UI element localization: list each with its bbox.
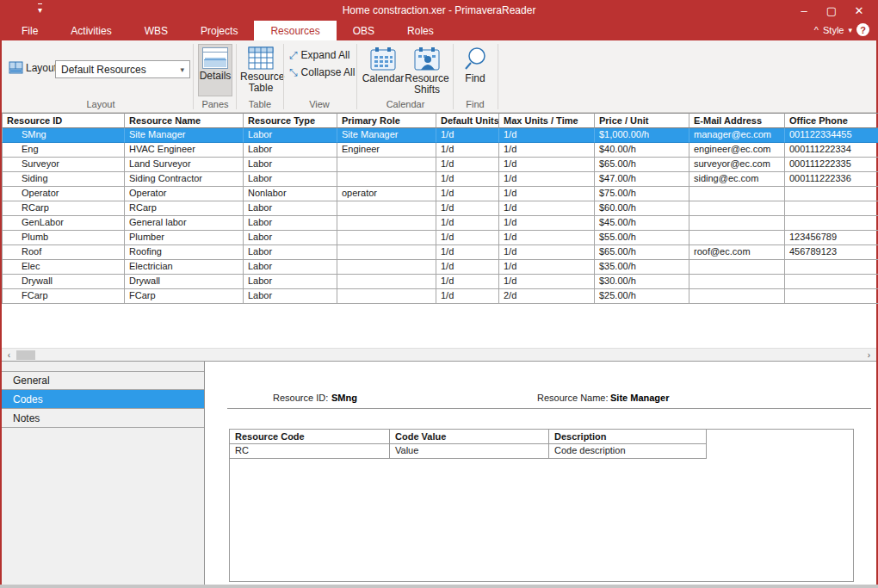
table-cell[interactable]: $25.00/h bbox=[595, 289, 689, 304]
table-cell[interactable]: 1/d bbox=[436, 187, 499, 201]
table-cell[interactable]: HVAC Engineer bbox=[125, 143, 244, 158]
details-button[interactable]: Details bbox=[198, 44, 232, 96]
table-cell[interactable]: 1/d bbox=[499, 158, 595, 172]
table-row[interactable]: ElecElectricianLabor1/d1/d$35.00/h bbox=[2, 260, 876, 275]
table-cell[interactable]: Labor bbox=[244, 275, 337, 289]
column-header[interactable]: E-Mail Address bbox=[689, 113, 785, 128]
help-icon[interactable]: ? bbox=[856, 23, 869, 36]
table-cell[interactable] bbox=[337, 275, 436, 289]
table-cell[interactable] bbox=[337, 245, 436, 260]
table-cell[interactable] bbox=[785, 201, 878, 216]
table-cell[interactable]: Surveyor bbox=[2, 158, 125, 172]
ribbon-collapse-caret-icon[interactable]: ^ bbox=[814, 25, 819, 35]
menu-tab-resources[interactable]: Resources bbox=[254, 21, 336, 40]
table-cell[interactable]: 1/d bbox=[436, 231, 499, 245]
table-cell[interactable]: 1/d bbox=[436, 201, 499, 216]
table-cell[interactable]: $75.00/h bbox=[595, 187, 689, 201]
column-header[interactable]: Resource Type bbox=[244, 113, 337, 128]
table-cell[interactable]: $65.00/h bbox=[595, 158, 689, 172]
table-cell[interactable]: Engineer bbox=[337, 143, 436, 158]
codes-table-row[interactable]: RCValueCode description bbox=[230, 444, 853, 459]
table-cell[interactable]: FCarp bbox=[125, 289, 244, 304]
table-cell[interactable]: Labor bbox=[244, 245, 337, 260]
table-cell[interactable]: 1/d bbox=[499, 187, 595, 201]
table-cell[interactable]: Plumb bbox=[2, 231, 125, 245]
table-cell[interactable]: RCarp bbox=[2, 201, 125, 216]
table-cell[interactable] bbox=[337, 289, 436, 304]
table-cell[interactable]: Siding bbox=[2, 172, 125, 187]
table-row[interactable]: RoofRoofingLabor1/d1/d$65.00/hroof@ec.co… bbox=[2, 245, 876, 260]
resource-shifts-button[interactable]: Resource Shifts bbox=[405, 44, 449, 96]
menu-tab-file[interactable]: File bbox=[5, 21, 54, 40]
table-cell[interactable]: Electrician bbox=[125, 260, 244, 275]
table-cell[interactable]: Roof bbox=[2, 245, 125, 260]
table-cell[interactable]: Labor bbox=[244, 216, 337, 231]
table-cell[interactable]: 2/d bbox=[499, 289, 595, 304]
table-cell[interactable]: Labor bbox=[244, 201, 337, 216]
table-cell[interactable]: 1/d bbox=[436, 158, 499, 172]
table-cell[interactable]: $30.00/h bbox=[595, 275, 689, 289]
menu-tab-activities[interactable]: Activities bbox=[54, 21, 127, 40]
table-cell[interactable]: 1/d bbox=[436, 289, 499, 304]
table-cell[interactable]: Operator bbox=[125, 187, 244, 201]
scroll-left-icon[interactable]: ‹ bbox=[3, 350, 15, 361]
table-cell[interactable]: 1/d bbox=[499, 128, 595, 143]
find-button[interactable]: Find bbox=[458, 44, 492, 84]
table-cell[interactable] bbox=[689, 231, 785, 245]
table-cell[interactable]: 1/d bbox=[499, 231, 595, 245]
table-cell[interactable]: $47.00/h bbox=[595, 172, 689, 187]
table-cell[interactable]: 1/d bbox=[436, 143, 499, 158]
layout-button[interactable]: Layout bbox=[9, 61, 57, 74]
codes-table-cell[interactable]: Code description bbox=[549, 444, 707, 459]
table-cell[interactable]: Roofing bbox=[125, 245, 244, 260]
table-cell[interactable]: 1/d bbox=[499, 260, 595, 275]
table-cell[interactable]: GenLabor bbox=[2, 216, 125, 231]
table-cell[interactable]: $45.00/h bbox=[595, 216, 689, 231]
table-cell[interactable]: $55.00/h bbox=[595, 231, 689, 245]
close-button[interactable]: ✕ bbox=[845, 0, 873, 21]
table-cell[interactable]: $1,000.00/h bbox=[595, 128, 689, 143]
table-cell[interactable]: Labor bbox=[244, 143, 337, 158]
table-row[interactable]: FCarpFCarpLabor1/d2/d$25.00/h bbox=[2, 289, 876, 304]
maximize-button[interactable]: ▢ bbox=[818, 0, 845, 21]
table-cell[interactable] bbox=[689, 275, 785, 289]
table-cell[interactable]: operator bbox=[337, 187, 436, 201]
codes-column-header[interactable]: Resource Code bbox=[230, 430, 390, 444]
resource-table-button[interactable]: Resource Table bbox=[240, 44, 281, 94]
table-cell[interactable] bbox=[337, 231, 436, 245]
table-cell[interactable] bbox=[689, 201, 785, 216]
table-cell[interactable]: manager@ec.com bbox=[689, 128, 785, 143]
table-cell[interactable]: 1/d bbox=[499, 245, 595, 260]
details-tab-general[interactable]: General bbox=[2, 371, 204, 390]
table-cell[interactable]: 1/d bbox=[436, 128, 499, 143]
table-cell[interactable]: roof@ec.com bbox=[689, 245, 785, 260]
table-cell[interactable]: 000111222334 bbox=[785, 143, 878, 158]
collapse-all-button[interactable]: ⤡ Collapse All bbox=[289, 65, 355, 79]
table-cell[interactable] bbox=[337, 172, 436, 187]
codes-table-cell[interactable]: Value bbox=[390, 444, 549, 459]
table-cell[interactable]: Operator bbox=[2, 187, 125, 201]
table-cell[interactable]: Siding Contractor bbox=[125, 172, 244, 187]
table-cell[interactable] bbox=[337, 260, 436, 275]
table-cell[interactable]: RCarp bbox=[125, 201, 244, 216]
menu-tab-roles[interactable]: Roles bbox=[391, 21, 450, 40]
menu-tab-obs[interactable]: OBS bbox=[337, 21, 391, 40]
table-cell[interactable]: 1/d bbox=[499, 275, 595, 289]
table-row[interactable]: SurveyorLand SurveyorLabor1/d1/d$65.00/h… bbox=[2, 158, 876, 172]
table-cell[interactable]: Eng bbox=[2, 143, 125, 158]
table-cell[interactable]: 001122334455 bbox=[785, 128, 878, 143]
table-cell[interactable]: Labor bbox=[244, 260, 337, 275]
table-cell[interactable]: Labor bbox=[244, 231, 337, 245]
table-row[interactable]: SMngSite ManagerLaborSite Manager1/d1/d$… bbox=[2, 128, 876, 143]
table-cell[interactable]: Drywall bbox=[2, 275, 125, 289]
table-cell[interactable]: 000111222335 bbox=[785, 158, 878, 172]
style-menu[interactable]: Style bbox=[823, 25, 844, 35]
table-cell[interactable]: Site Manager bbox=[125, 128, 244, 143]
style-dropdown-icon[interactable]: ▾ bbox=[848, 26, 852, 34]
table-row[interactable]: DrywallDrywallLabor1/d1/d$30.00/h bbox=[2, 275, 876, 289]
menu-tab-projects[interactable]: Projects bbox=[184, 21, 254, 40]
table-cell[interactable] bbox=[785, 216, 878, 231]
scroll-right-icon[interactable]: › bbox=[863, 350, 875, 361]
table-cell[interactable]: $35.00/h bbox=[595, 260, 689, 275]
table-cell[interactable]: 1/d bbox=[499, 201, 595, 216]
